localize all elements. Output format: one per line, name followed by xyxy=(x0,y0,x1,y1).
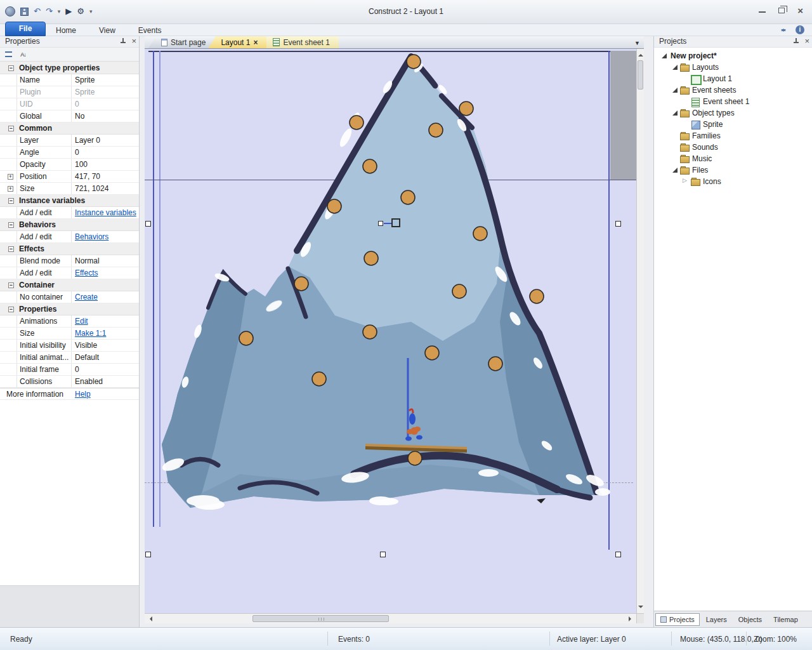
tab-list-caret-icon[interactable]: ▼ xyxy=(634,40,640,46)
resize-handle[interactable] xyxy=(615,552,621,557)
selected-object-outline[interactable] xyxy=(391,218,400,227)
ribbon-tab-home[interactable]: Home xyxy=(56,26,76,35)
document-tab-start-page[interactable]: Start page xyxy=(148,36,214,48)
property-value[interactable]: Visible xyxy=(72,340,139,351)
coin-sprite[interactable] xyxy=(350,116,363,129)
expanded-arrow-icon[interactable] xyxy=(671,166,679,174)
ribbon-toggle-icon[interactable] xyxy=(780,26,787,34)
coin-sprite[interactable] xyxy=(363,159,377,173)
property-category[interactable]: Common xyxy=(0,123,139,135)
tree-item-families[interactable]: Families xyxy=(654,130,812,142)
file-menu-button[interactable]: File xyxy=(5,22,46,36)
scroll-down-icon[interactable] xyxy=(638,606,643,611)
expand-icon[interactable] xyxy=(8,186,13,192)
property-value[interactable]: Layer 0 xyxy=(72,135,139,146)
property-value[interactable]: Sprite xyxy=(72,86,139,98)
property-value[interactable]: Default xyxy=(72,352,139,363)
restore-icon[interactable] xyxy=(778,8,785,13)
property-category[interactable]: Properties xyxy=(0,303,139,315)
scroll-right-icon[interactable] xyxy=(629,616,634,621)
property-link-make-1-1[interactable]: Make 1:1 xyxy=(75,329,106,338)
expand-icon[interactable] xyxy=(8,174,13,180)
coin-sprite[interactable] xyxy=(429,123,443,137)
expanded-arrow-icon[interactable] xyxy=(671,86,679,94)
scroll-left-icon[interactable] xyxy=(147,616,152,621)
coin-sprite[interactable] xyxy=(294,277,308,291)
property-value[interactable]: 721, 1024 xyxy=(72,183,139,194)
resize-handle[interactable] xyxy=(380,552,386,557)
coin-sprite[interactable] xyxy=(407,55,421,69)
resize-handle[interactable] xyxy=(145,552,151,557)
property-link-instance-variables[interactable]: Instance variables xyxy=(75,208,136,217)
ribbon-tab-view[interactable]: View xyxy=(99,26,115,35)
close-icon[interactable]: × xyxy=(797,5,803,17)
coin-sprite[interactable] xyxy=(401,190,415,204)
tree-item-sounds[interactable]: Sounds xyxy=(654,142,812,153)
collapse-icon[interactable] xyxy=(8,65,14,71)
property-value[interactable]: No xyxy=(72,110,139,122)
expanded-arrow-icon[interactable] xyxy=(660,52,668,60)
coin-sprite[interactable] xyxy=(364,251,378,265)
tree-item-icons[interactable]: Icons xyxy=(654,176,812,187)
tree-item-event-sheets[interactable]: Event sheets xyxy=(654,84,812,96)
expanded-arrow-icon[interactable] xyxy=(671,63,679,71)
tree-item-layouts[interactable]: Layouts xyxy=(654,62,812,73)
coin-sprite[interactable] xyxy=(239,331,253,345)
close-panel-icon[interactable] xyxy=(131,37,136,45)
collapse-icon[interactable] xyxy=(8,198,14,204)
property-category[interactable]: Object type properties xyxy=(0,62,139,74)
coin-sprite[interactable] xyxy=(408,451,422,465)
resize-handle[interactable] xyxy=(145,221,151,227)
tree-item-music[interactable]: Music xyxy=(654,153,812,164)
close-tab-icon[interactable] xyxy=(253,39,258,46)
ribbon-tab-events[interactable]: Events xyxy=(138,26,162,35)
pin-icon[interactable] xyxy=(793,38,799,45)
property-category[interactable]: Instance variables xyxy=(0,195,139,207)
sort-alpha-icon[interactable] xyxy=(17,49,29,60)
coin-sprite[interactable] xyxy=(473,227,487,241)
property-value[interactable]: 417, 70 xyxy=(72,171,139,182)
expanded-arrow-icon[interactable] xyxy=(671,109,679,117)
property-value[interactable]: 0 xyxy=(72,147,139,158)
property-value[interactable]: 0 xyxy=(72,364,139,375)
coin-sprite[interactable] xyxy=(425,346,439,360)
categorize-icon[interactable] xyxy=(3,49,15,60)
coin-sprite[interactable] xyxy=(452,284,466,298)
tree-item-sprite[interactable]: Sprite xyxy=(654,119,812,130)
document-tab-event-sheet-1[interactable]: Event sheet 1 xyxy=(260,36,338,48)
selection-anchor-handle[interactable] xyxy=(378,221,383,226)
property-category[interactable]: Container xyxy=(0,279,139,291)
tree-item-event-sheet-1[interactable]: Event sheet 1 xyxy=(654,96,812,107)
pin-icon[interactable] xyxy=(120,38,126,45)
resize-handle[interactable] xyxy=(615,221,621,227)
property-link-edit[interactable]: Edit xyxy=(75,317,88,326)
minimize-icon[interactable] xyxy=(759,11,766,13)
coin-sprite[interactable] xyxy=(530,289,544,303)
coin-sprite[interactable] xyxy=(327,199,341,213)
panel-tab-projects[interactable]: Projects xyxy=(655,613,700,626)
collapsed-arrow-icon[interactable] xyxy=(682,178,690,185)
horizontal-scrollbar[interactable] xyxy=(145,613,636,623)
panel-tab-objects[interactable]: Objects xyxy=(733,613,767,626)
coin-sprite[interactable] xyxy=(363,325,377,339)
panel-tab-layers[interactable]: Layers xyxy=(701,613,732,626)
layout-canvas[interactable] xyxy=(145,49,636,613)
collapse-icon[interactable] xyxy=(8,126,14,131)
property-category[interactable]: Behaviors xyxy=(0,219,139,231)
document-tab-layout-1[interactable]: Layout 1 xyxy=(208,36,266,48)
about-icon[interactable] xyxy=(796,25,804,34)
collapse-icon[interactable] xyxy=(8,307,14,312)
coin-sprite[interactable] xyxy=(488,357,502,371)
property-link-behaviors[interactable]: Behaviors xyxy=(75,232,108,241)
coin-sprite[interactable] xyxy=(312,372,326,386)
panel-tab-tilemap[interactable]: Tilemap xyxy=(768,613,803,626)
property-value[interactable]: Normal xyxy=(72,255,139,267)
property-value[interactable]: Sprite xyxy=(72,74,139,86)
close-panel-icon[interactable] xyxy=(804,37,809,45)
collapse-icon[interactable] xyxy=(8,222,14,228)
scroll-up-icon[interactable] xyxy=(638,51,643,56)
collapse-icon[interactable] xyxy=(8,246,14,252)
property-value[interactable]: Enabled xyxy=(72,376,139,387)
property-value[interactable]: 0 xyxy=(72,98,139,110)
property-link-create[interactable]: Create xyxy=(75,293,98,302)
